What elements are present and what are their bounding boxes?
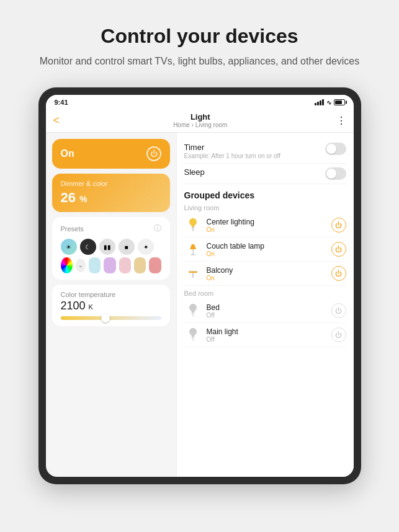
time: 9:41 xyxy=(55,99,68,106)
wifi-icon: ∿ xyxy=(326,99,331,106)
device-main-light-status: Off xyxy=(207,336,326,343)
app-title: Light xyxy=(65,112,336,122)
svg-rect-7 xyxy=(189,271,197,272)
tablet-screen: 9:41 ∿ < Light Home › Living room xyxy=(46,95,354,477)
right-panel: Timer Example: After 1 hour turn on or o… xyxy=(176,133,354,477)
page-header: Control your devices Monitor and control… xyxy=(40,25,360,69)
lamp-on-icon xyxy=(184,241,202,258)
presets-card: Presets ⓘ ☀ ☾ ▮▮ ■ xyxy=(52,217,170,280)
temp-slider[interactable] xyxy=(61,316,161,320)
tablet-frame: 9:41 ∿ < Light Home › Living room xyxy=(38,87,361,484)
device-main-light-info: Main light Off xyxy=(207,327,326,343)
sleep-toggle[interactable] xyxy=(325,167,346,180)
timer-info: Timer Example: After 1 hour turn on or o… xyxy=(184,143,280,159)
device-bed-name: Bed xyxy=(207,303,326,312)
device-center-lighting-info: Center lighting On xyxy=(207,218,326,233)
timer-sub: Example: After 1 hour turn on or off xyxy=(184,153,280,159)
temp-card: Color temperature 2100 K xyxy=(52,285,170,326)
device-couch-lamp-info: Couch table lamp On xyxy=(207,242,326,257)
preset-stop[interactable]: ■ xyxy=(119,239,135,255)
preset-extra[interactable]: ✦ xyxy=(138,239,154,255)
bulb-on-icon xyxy=(184,216,202,234)
app-header-center: Light Home › Living room xyxy=(65,112,336,128)
device-center-lighting-name: Center lighting xyxy=(207,218,326,226)
main-content: On ⏻ Dimmer & color 26 % Presets ⓘ xyxy=(46,133,354,477)
device-center-lighting[interactable]: Center lighting On ⏻ xyxy=(184,213,346,237)
page-subtitle: Monitor and control smart TVs, light bul… xyxy=(40,54,360,69)
app-breadcrumb: Home › Living room xyxy=(65,122,336,128)
device-couch-lamp-power[interactable]: ⏻ xyxy=(331,242,346,257)
device-balcony[interactable]: Balcony On ⏻ xyxy=(184,262,346,286)
temp-thumb[interactable] xyxy=(101,314,110,322)
device-couch-lamp[interactable]: Couch table lamp On ⏻ xyxy=(184,237,346,262)
color-swatch-4[interactable] xyxy=(134,257,146,273)
device-balcony-name: Balcony xyxy=(207,266,326,275)
on-button[interactable]: On ⏻ xyxy=(52,139,170,169)
device-main-light-name: Main light xyxy=(207,327,326,336)
sleep-row: Sleep xyxy=(184,164,346,184)
svg-rect-1 xyxy=(192,228,194,229)
svg-rect-3 xyxy=(192,249,194,254)
temp-value: 2100 K xyxy=(61,299,161,313)
presets-info-icon: ⓘ xyxy=(154,223,161,234)
timer-toggle-thumb xyxy=(326,144,336,154)
presets-header: Presets ⓘ xyxy=(61,223,161,234)
svg-rect-9 xyxy=(192,314,194,315)
device-bed-status: Off xyxy=(207,312,326,319)
temp-label: Color temperature xyxy=(61,291,161,298)
color-swatch-5[interactable] xyxy=(149,257,161,273)
battery-icon xyxy=(334,99,345,105)
sleep-toggle-thumb xyxy=(326,169,336,179)
balcony-icon xyxy=(184,265,202,282)
preset-night[interactable]: ☾ xyxy=(80,239,96,255)
timer-toggle[interactable] xyxy=(325,143,346,155)
more-button[interactable]: ⋮ xyxy=(336,115,346,126)
color-wheel[interactable] xyxy=(61,257,73,273)
svg-rect-6 xyxy=(192,273,194,278)
bulb-off-icon-bed xyxy=(184,302,202,319)
expand-colors-button[interactable]: ⌄ xyxy=(76,259,86,272)
device-center-lighting-power[interactable]: ⏻ xyxy=(331,218,346,233)
on-label: On xyxy=(61,148,74,159)
svg-rect-10 xyxy=(191,337,194,338)
device-main-light-power[interactable]: ⏻ xyxy=(331,327,346,342)
device-balcony-power[interactable]: ⏻ xyxy=(331,266,346,281)
svg-rect-8 xyxy=(191,313,194,314)
preset-pause[interactable]: ▮▮ xyxy=(99,239,115,255)
color-swatch-2[interactable] xyxy=(104,257,115,273)
dimmer-card[interactable]: Dimmer & color 26 % xyxy=(52,174,170,212)
color-swatch-1[interactable] xyxy=(89,257,101,273)
app-header: < Light Home › Living room ⋮ xyxy=(46,109,354,133)
status-icons: ∿ xyxy=(315,99,345,106)
dimmer-value: 26 % xyxy=(61,190,161,206)
status-bar: 9:41 ∿ xyxy=(46,95,354,109)
device-bed[interactable]: Bed Off ⏻ xyxy=(184,299,346,323)
back-button[interactable]: < xyxy=(53,114,60,127)
svg-rect-4 xyxy=(191,254,195,255)
device-main-light[interactable]: Main light Off ⏻ xyxy=(184,323,346,347)
timer-label: Timer xyxy=(184,143,280,152)
device-balcony-status: On xyxy=(207,275,326,282)
room-bedroom-label: Bed room xyxy=(184,290,346,297)
preset-cool[interactable]: ☀ xyxy=(61,239,77,255)
room-living-room-label: Living room xyxy=(184,204,346,211)
presets-label: Presets xyxy=(61,225,84,233)
page-title: Control your devices xyxy=(40,25,360,48)
device-couch-lamp-name: Couch table lamp xyxy=(207,242,326,250)
device-bed-power[interactable]: ⏻ xyxy=(331,303,346,318)
svg-rect-0 xyxy=(191,227,194,228)
color-row: ⌄ xyxy=(61,257,161,273)
timer-row: Timer Example: After 1 hour turn on or o… xyxy=(184,139,346,164)
power-icon: ⏻ xyxy=(146,146,161,161)
grouped-devices-header: Grouped devices xyxy=(184,190,346,200)
bulb-off-icon-main xyxy=(184,326,202,344)
preset-dots: ☀ ☾ ▮▮ ■ ✦ xyxy=(61,239,161,255)
signal-bars xyxy=(315,99,324,105)
left-panel: On ⏻ Dimmer & color 26 % Presets ⓘ xyxy=(46,133,176,477)
device-bed-info: Bed Off xyxy=(207,303,326,319)
color-swatch-3[interactable] xyxy=(119,257,131,273)
dimmer-title: Dimmer & color xyxy=(61,180,161,187)
svg-rect-11 xyxy=(192,338,194,339)
device-center-lighting-status: On xyxy=(207,226,326,233)
svg-marker-2 xyxy=(190,244,196,249)
